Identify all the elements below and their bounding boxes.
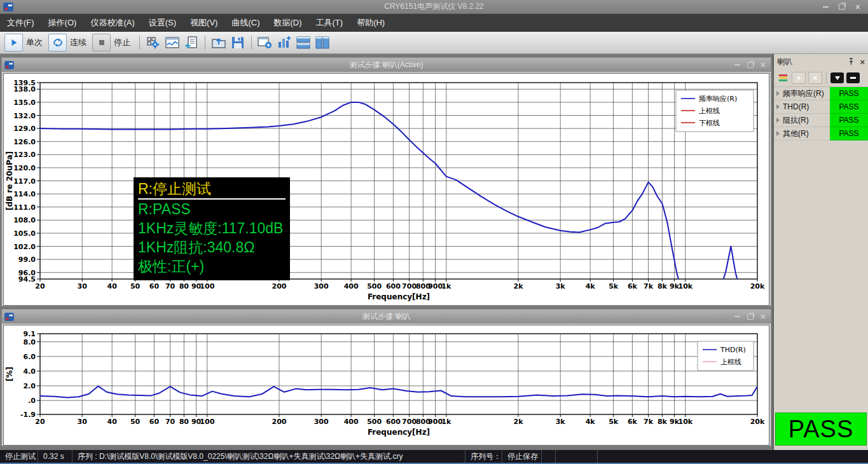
svg-text:30: 30 — [78, 282, 88, 290]
remove-result-button[interactable]: × — [808, 72, 822, 84]
svg-text:500: 500 — [367, 282, 382, 290]
close-icon[interactable]: × — [761, 62, 766, 68]
app-logo-icon — [3, 3, 13, 11]
svg-text:300: 300 — [314, 282, 329, 290]
svg-text:600: 600 — [386, 282, 401, 290]
result-layers-icon[interactable] — [776, 72, 789, 83]
result-row[interactable]: 阻抗(R)PASS — [774, 114, 868, 127]
expand-all-button[interactable] — [830, 72, 844, 83]
y-axis-title: [%] — [5, 367, 14, 381]
minimize-icon[interactable] — [734, 64, 740, 65]
svg-text:111.0: 111.0 — [13, 203, 36, 212]
app-titlebar: CRY6151电声测试仪 V8.2.22 × — [0, 0, 868, 14]
svg-text:50: 50 — [130, 282, 141, 290]
new-window-button[interactable] — [256, 34, 274, 51]
result-label-text: 其他(R) — [783, 128, 809, 139]
menu-item[interactable]: 仪器校准(A) — [83, 14, 141, 32]
menu-item[interactable]: 设置(S) — [142, 14, 183, 32]
plot-border — [40, 334, 757, 414]
result-label-text: 阻抗(R) — [783, 115, 809, 126]
axis-labels: 2030405060708090100200300400500600700800… — [20, 330, 765, 426]
tile-vertical-button[interactable] — [313, 34, 331, 51]
menu-item[interactable]: 帮助(H) — [350, 14, 392, 32]
result-label[interactable]: THD(R) — [774, 100, 830, 114]
svg-text:129.0: 129.0 — [13, 125, 36, 133]
minimize-icon[interactable] — [823, 6, 829, 8]
svg-text:600: 600 — [386, 418, 401, 426]
tick-marks — [37, 334, 757, 417]
chart-canvas-area: 2030405060708090100200300400500600700800… — [3, 325, 769, 446]
svg-text:135.0: 135.0 — [13, 99, 36, 107]
svg-text:6.0: 6.0 — [24, 353, 36, 361]
expander-icon[interactable] — [776, 104, 780, 109]
readout-line: R:停止测试 — [138, 179, 286, 200]
svg-text:7k: 7k — [644, 282, 654, 290]
add-chart-button[interactable] — [275, 34, 293, 51]
svg-text:7k: 7k — [644, 418, 654, 426]
menu-item[interactable]: 工具(T) — [309, 14, 350, 32]
close-icon[interactable]: × — [761, 313, 766, 320]
panel-close-icon[interactable]: × — [860, 57, 865, 67]
stop-icon — [98, 39, 106, 46]
curve-window-button[interactable] — [163, 34, 181, 51]
frequency-response-chart: 2030405060708090100200300400500600700800… — [4, 74, 770, 305]
menu-bar: 文件(F)操作(O)仪器校准(A)设置(S)视图(V)曲线(C)数据(D)工具(… — [0, 14, 868, 32]
svg-text:123.0: 123.0 — [13, 151, 36, 159]
svg-text:200: 200 — [272, 282, 287, 290]
minimize-icon[interactable] — [734, 316, 740, 317]
svg-text:9.1: 9.1 — [24, 330, 36, 338]
pin-icon[interactable] — [848, 58, 855, 65]
close-icon[interactable]: × — [855, 4, 860, 10]
tile-horizontal-button[interactable] — [294, 34, 312, 51]
svg-text:20: 20 — [35, 418, 45, 426]
open-file-button[interactable] — [210, 34, 228, 51]
run-continuous-button[interactable] — [48, 34, 67, 51]
y-axis-title: [dB re 20uPa] — [5, 151, 14, 210]
collapse-all-button[interactable] — [846, 72, 860, 83]
svg-text:700: 700 — [402, 418, 417, 426]
menu-item[interactable]: 文件(F) — [0, 14, 41, 32]
result-row[interactable]: THD(R)PASS — [774, 100, 868, 114]
stop-button[interactable] — [92, 34, 111, 51]
svg-text:30: 30 — [78, 418, 88, 426]
menu-item[interactable]: 数据(D) — [266, 14, 308, 32]
svg-text:80: 80 — [179, 418, 189, 426]
chart-window-titlebar[interactable]: 测试步骤:喇叭(Active) × — [2, 58, 771, 72]
results-panel-header: 喇叭 × — [774, 54, 868, 69]
expander-icon[interactable] — [776, 91, 780, 96]
svg-text:114.0: 114.0 — [13, 190, 36, 198]
result-row[interactable]: 频率响应(R)PASS — [774, 87, 868, 100]
result-row[interactable]: 其他(R)PASS — [774, 127, 868, 140]
result-label[interactable]: 频率响应(R) — [774, 87, 830, 100]
svg-text:400: 400 — [344, 282, 359, 290]
restore-icon[interactable] — [839, 4, 845, 10]
play-icon — [10, 38, 18, 47]
svg-text:3k: 3k — [556, 282, 566, 290]
result-status-badge: PASS — [830, 127, 868, 140]
svg-text:70: 70 — [165, 418, 176, 426]
svg-text:50: 50 — [130, 418, 141, 426]
svg-text:THD(R): THD(R) — [720, 346, 746, 354]
test-settings-button[interactable] — [144, 34, 162, 51]
menu-item[interactable]: 操作(O) — [41, 14, 84, 32]
export-report-button[interactable] — [183, 34, 200, 51]
result-label[interactable]: 阻抗(R) — [774, 114, 830, 127]
expander-icon[interactable] — [776, 131, 780, 136]
open-folder-icon — [211, 36, 226, 50]
menu-item[interactable]: 曲线(C) — [224, 14, 266, 32]
run-single-button[interactable] — [4, 34, 23, 51]
chart-window-titlebar[interactable]: 测试步骤:喇叭 × — [2, 310, 771, 324]
result-label[interactable]: 其他(R) — [774, 127, 830, 140]
svg-text:6k: 6k — [628, 418, 638, 426]
window-logo-icon — [4, 61, 14, 69]
add-result-button[interactable]: + — [792, 72, 806, 84]
save-button[interactable] — [229, 34, 247, 51]
expander-icon[interactable] — [776, 118, 780, 123]
restore-icon[interactable] — [747, 62, 754, 68]
menu-item[interactable]: 视图(V) — [183, 14, 224, 32]
series-line — [40, 386, 757, 398]
statusbar-segment: 序列 : D:\测试模版V8.0\测试模版V8.0_0225\喇叭测试\32Ω喇… — [72, 450, 465, 463]
restore-icon[interactable] — [747, 314, 754, 320]
new-window-plus-icon — [258, 36, 273, 50]
report-export-icon — [184, 36, 198, 50]
